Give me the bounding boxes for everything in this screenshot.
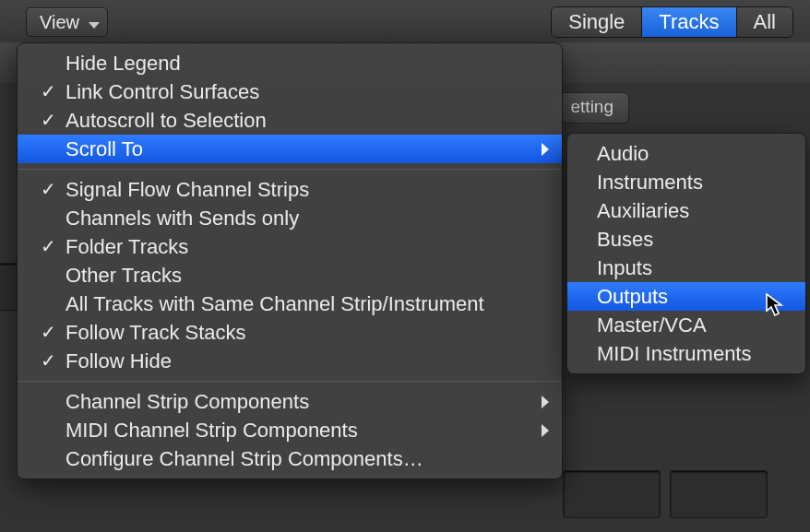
menu-item-label: Master/VCA — [597, 313, 707, 337]
menu-item-label: Channels with Sends only — [66, 207, 299, 230]
menu-item-signal-flow[interactable]: ✓ Signal Flow Channel Strips — [18, 175, 562, 204]
menu-item-label: Signal Flow Channel Strips — [66, 178, 309, 201]
menu-item-label: Inputs — [597, 256, 652, 279]
channel-strip-slot — [670, 470, 768, 518]
submenu-item-auxiliaries[interactable]: Auxiliaries — [567, 196, 805, 225]
menu-separator — [18, 169, 562, 170]
menu-item-follow-hide[interactable]: ✓ Follow Hide — [18, 347, 562, 375]
menu-item-label: Auxiliaries — [597, 199, 689, 222]
menu-item-label: MIDI Channel Strip Components — [66, 419, 358, 442]
menu-item-configure-cs[interactable]: Configure Channel Strip Components… — [18, 444, 562, 473]
check-icon: ✓ — [38, 106, 58, 135]
submenu-item-midi-instruments[interactable]: MIDI Instruments — [567, 339, 805, 368]
menu-item-midi-cs-components[interactable]: MIDI Channel Strip Components — [18, 416, 562, 444]
menu-item-label: Configure Channel Strip Components… — [66, 447, 423, 470]
setting-button-partial[interactable]: etting — [555, 92, 629, 124]
menu-item-cs-components[interactable]: Channel Strip Components — [18, 387, 562, 416]
menu-item-label: Hide Legend — [66, 52, 181, 75]
menu-item-label: Follow Track Stacks — [66, 321, 246, 344]
menu-item-link-control-surfaces[interactable]: ✓ Link Control Surfaces — [18, 77, 562, 106]
view-scope-tabs: Single Tracks All — [551, 6, 793, 38]
toolbar: View Single Tracks All — [0, 0, 810, 43]
check-icon: ✓ — [38, 347, 58, 375]
menu-item-scroll-to[interactable]: Scroll To — [18, 135, 562, 163]
submenu-item-instruments[interactable]: Instruments — [567, 168, 805, 196]
menu-item-label: MIDI Instruments — [597, 342, 751, 365]
submenu-arrow-icon — [542, 143, 549, 156]
menu-item-follow-stacks[interactable]: ✓ Follow Track Stacks — [18, 318, 562, 347]
submenu-arrow-icon — [542, 396, 549, 408]
menu-item-label: Channel Strip Components — [66, 390, 309, 413]
menu-item-label: Audio — [597, 142, 649, 165]
channel-strip-slot — [563, 470, 661, 518]
scroll-to-submenu: Audio Instruments Auxiliaries Buses Inpu… — [566, 133, 806, 374]
menu-separator — [18, 381, 562, 382]
tab-single[interactable]: Single — [552, 7, 642, 37]
view-menu-label: View — [40, 12, 79, 32]
menu-item-hide-legend[interactable]: Hide Legend — [18, 49, 562, 77]
check-icon: ✓ — [38, 232, 58, 261]
menu-item-sends-only[interactable]: Channels with Sends only — [18, 204, 562, 232]
menu-item-label: All Tracks with Same Channel Strip/Instr… — [66, 292, 484, 315]
submenu-item-audio[interactable]: Audio — [567, 139, 805, 168]
submenu-item-inputs[interactable]: Inputs — [567, 254, 805, 282]
menu-item-label: Scroll To — [66, 137, 143, 160]
menu-item-label: Folder Tracks — [66, 235, 188, 258]
menu-item-label: Link Control Surfaces — [66, 80, 259, 103]
submenu-item-master-vca[interactable]: Master/VCA — [567, 311, 805, 339]
menu-item-label: Buses — [597, 228, 653, 251]
view-menu: Hide Legend ✓ Link Control Surfaces ✓ Au… — [17, 42, 563, 479]
submenu-item-buses[interactable]: Buses — [567, 225, 805, 254]
menu-item-label: Outputs — [597, 285, 668, 308]
menu-item-autoscroll[interactable]: ✓ Autoscroll to Selection — [18, 106, 562, 135]
submenu-item-outputs[interactable]: Outputs — [567, 282, 805, 311]
check-icon: ✓ — [38, 77, 58, 106]
tab-tracks[interactable]: Tracks — [642, 7, 736, 37]
view-menu-button[interactable]: View — [26, 7, 108, 37]
menu-item-label: Follow Hide — [66, 349, 172, 372]
tab-all[interactable]: All — [737, 7, 792, 37]
menu-item-label: Autoscroll to Selection — [66, 109, 267, 132]
chevron-down-icon — [89, 8, 100, 36]
menu-item-label: Other Tracks — [66, 264, 182, 287]
check-icon: ✓ — [38, 318, 58, 347]
menu-item-other-tracks[interactable]: Other Tracks — [18, 261, 562, 290]
submenu-arrow-icon — [542, 424, 549, 437]
menu-item-label: Instruments — [597, 171, 703, 194]
menu-item-folder-tracks[interactable]: ✓ Folder Tracks — [18, 232, 562, 261]
check-icon: ✓ — [38, 175, 58, 204]
menu-item-same-strip[interactable]: All Tracks with Same Channel Strip/Instr… — [18, 290, 562, 318]
